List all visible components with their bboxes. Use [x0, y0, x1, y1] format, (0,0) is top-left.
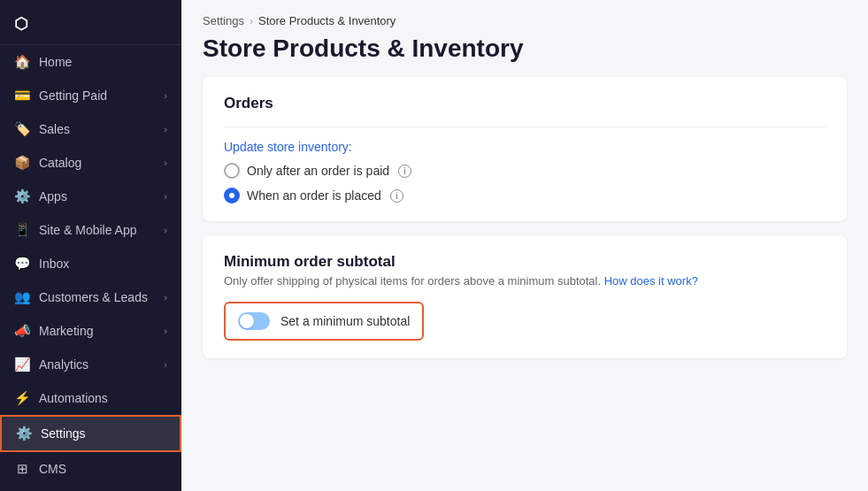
radio-option-paid[interactable]: Only after an order is paid i — [224, 163, 826, 179]
chevron-right-icon: › — [164, 292, 167, 303]
sidebar-label-cms: CMS — [39, 462, 66, 476]
sales-icon: 🏷️ — [14, 121, 30, 137]
catalog-icon: 📦 — [14, 155, 30, 171]
main-content: Settings › Store Products & Inventory St… — [181, 0, 868, 491]
toggle-row: Set a minimum subtotal — [224, 302, 424, 341]
orders-card: Orders Update store inventory: Only afte… — [203, 77, 847, 221]
chevron-right-icon: › — [164, 157, 167, 168]
chevron-right-icon: › — [164, 191, 167, 202]
breadcrumb: Settings › Store Products & Inventory — [181, 0, 868, 31]
orders-card-title: Orders — [224, 95, 826, 112]
sidebar-label-settings: Settings — [41, 426, 86, 441]
sidebar-item-catalog[interactable]: 📦 Catalog › — [0, 146, 181, 180]
info-icon-placed[interactable]: i — [390, 189, 403, 203]
sidebar-logo: ⬡ — [0, 0, 181, 45]
chevron-right-icon: › — [164, 225, 167, 235]
sidebar: ⬡ 🏠 Home 💳 Getting Paid › 🏷️ Sales › 📦 C… — [0, 0, 181, 491]
radio-circle-placed — [224, 188, 240, 203]
breadcrumb-separator: › — [250, 15, 253, 27]
chevron-right-icon: › — [164, 359, 167, 370]
inbox-icon: 💬 — [14, 256, 30, 272]
radio-label-paid: Only after an order is paid — [247, 164, 389, 178]
sidebar-item-automations[interactable]: ⚡ Automations — [0, 381, 181, 415]
sidebar-item-getting-paid[interactable]: 💳 Getting Paid › — [0, 79, 181, 112]
min-subtotal-toggle[interactable] — [238, 312, 270, 330]
radio-option-placed[interactable]: When an order is placed i — [224, 188, 826, 203]
sidebar-item-developer-tools[interactable]: </> Developer Tools › — [0, 486, 181, 491]
info-icon-paid[interactable]: i — [398, 165, 411, 178]
sidebar-item-settings[interactable]: ⚙️ Settings — [0, 415, 181, 452]
breadcrumb-parent[interactable]: Settings — [203, 14, 244, 27]
marketing-icon: 📣 — [14, 323, 30, 339]
update-inventory-label: Update store inventory: — [224, 140, 826, 154]
sidebar-label-catalog: Catalog — [39, 156, 81, 170]
toggle-track — [238, 312, 270, 330]
sidebar-item-sales[interactable]: 🏷️ Sales › — [0, 112, 181, 146]
radio-circle-paid — [224, 163, 240, 179]
sidebar-label-marketing: Marketing — [39, 324, 93, 338]
min-order-title: Minimum order subtotal — [224, 253, 826, 271]
min-order-desc-text: Only offer shipping of physical items fo… — [224, 274, 601, 288]
sidebar-item-marketing[interactable]: 📣 Marketing › — [0, 314, 181, 348]
apps-icon: ⚙️ — [14, 188, 30, 204]
analytics-icon: 📈 — [14, 357, 30, 372]
sidebar-label-site-mobile: Site & Mobile App — [39, 223, 137, 237]
radio-label-placed: When an order is placed — [247, 188, 381, 203]
automations-icon: ⚡ — [14, 390, 30, 406]
sidebar-item-customers-leads[interactable]: 👥 Customers & Leads › — [0, 280, 181, 314]
sidebar-label-analytics: Analytics — [39, 357, 88, 372]
sidebar-label-customers: Customers & Leads — [39, 290, 148, 304]
orders-divider — [224, 127, 826, 127]
radio-group-inventory: Only after an order is paid i When an or… — [224, 163, 826, 203]
min-order-desc: Only offer shipping of physical items fo… — [224, 274, 826, 288]
sidebar-item-cms[interactable]: ⊞ CMS — [0, 452, 181, 486]
sidebar-label-automations: Automations — [39, 391, 108, 405]
settings-icon: ⚙️ — [16, 426, 32, 441]
toggle-label: Set a minimum subtotal — [280, 314, 410, 328]
sidebar-item-site-mobile[interactable]: 📱 Site & Mobile App › — [0, 213, 181, 247]
sidebar-item-inbox[interactable]: 💬 Inbox — [0, 247, 181, 280]
sidebar-label-getting-paid: Getting Paid — [39, 88, 107, 103]
cms-icon: ⊞ — [14, 461, 30, 477]
sidebar-item-home[interactable]: 🏠 Home — [0, 45, 181, 79]
logo-icon: ⬡ — [14, 14, 28, 34]
sidebar-item-apps[interactable]: ⚙️ Apps › — [0, 180, 181, 213]
chevron-right-icon: › — [164, 124, 167, 134]
page-title: Store Products & Inventory — [181, 31, 868, 77]
sidebar-label-inbox: Inbox — [39, 257, 69, 271]
how-does-it-work-link[interactable]: How does it work? — [604, 274, 698, 288]
getting-paid-icon: 💳 — [14, 88, 30, 104]
min-order-card: Minimum order subtotal Only offer shippi… — [203, 235, 847, 358]
chevron-right-icon: › — [164, 326, 167, 336]
sidebar-item-analytics[interactable]: 📈 Analytics › — [0, 348, 181, 381]
breadcrumb-current: Store Products & Inventory — [258, 14, 396, 27]
customers-icon: 👥 — [14, 289, 30, 305]
sidebar-label-home: Home — [39, 55, 72, 69]
toggle-thumb — [240, 314, 254, 328]
content-area: Orders Update store inventory: Only afte… — [181, 77, 868, 380]
sidebar-label-sales: Sales — [39, 122, 70, 136]
chevron-right-icon: › — [164, 90, 167, 101]
sidebar-label-apps: Apps — [39, 189, 67, 203]
site-mobile-icon: 📱 — [14, 222, 30, 238]
home-icon: 🏠 — [14, 54, 30, 70]
